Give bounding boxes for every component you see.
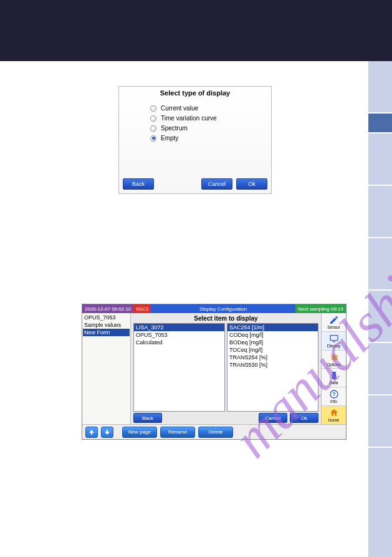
sensor-button[interactable]: Sensor bbox=[322, 313, 346, 332]
tree-item[interactable]: Sample values bbox=[83, 321, 130, 329]
source-listbox[interactable]: LISA_3072 OPUS_7053 Calculated bbox=[133, 323, 225, 412]
monitor-icon bbox=[329, 334, 339, 344]
list-item[interactable]: CODeq [mg/l] bbox=[227, 331, 318, 339]
list-item[interactable]: Calculated bbox=[134, 339, 224, 346]
list-item[interactable]: TRANS254 [%] bbox=[227, 354, 318, 361]
data-button[interactable]: Data bbox=[322, 369, 346, 387]
list-item[interactable]: SAC254 [1/m] bbox=[227, 324, 318, 331]
back-button[interactable]: Back bbox=[123, 178, 154, 190]
question-icon: ? bbox=[329, 389, 339, 399]
list-item[interactable]: TRANS530 [%] bbox=[227, 361, 318, 369]
cancel-button[interactable]: Cancel bbox=[259, 413, 287, 423]
radio-time-variation[interactable]: Time variation curve bbox=[150, 115, 271, 122]
select-item-panel: Select item to display LISA_3072 OPUS_70… bbox=[131, 313, 321, 424]
toolbar-label: Options bbox=[327, 362, 340, 367]
new-page-button[interactable]: New page bbox=[122, 427, 157, 438]
delete-button[interactable]: Delete bbox=[198, 427, 233, 438]
toolbar-label: Display bbox=[327, 344, 340, 348]
gear-icon bbox=[329, 352, 339, 362]
panel-button-bar: Back Cancel Ok bbox=[133, 412, 318, 423]
arrow-down-icon bbox=[104, 429, 110, 435]
toolbar-label: Data bbox=[330, 380, 338, 385]
bottom-action-bar: New page Rename Delete bbox=[82, 424, 346, 439]
radio-label: Spectrum bbox=[161, 125, 188, 132]
arrow-up-icon bbox=[88, 429, 95, 435]
status-code: 9SC3 bbox=[133, 304, 151, 313]
tree-item[interactable]: OPUS_7053 bbox=[83, 314, 130, 321]
display-button[interactable]: Display bbox=[322, 332, 346, 351]
tree-item[interactable]: New Form bbox=[83, 329, 130, 336]
dialog-title: Select type of display bbox=[119, 87, 271, 99]
document-header-band bbox=[0, 0, 392, 61]
svg-rect-1 bbox=[333, 341, 335, 342]
list-item[interactable]: LISA_3072 bbox=[134, 324, 224, 331]
status-next-sampling: Next sampling 09:15 bbox=[295, 304, 346, 313]
radio-empty[interactable]: Empty bbox=[150, 135, 271, 142]
svg-rect-0 bbox=[330, 335, 338, 340]
usb-icon bbox=[329, 371, 339, 380]
toolbar-label: Sensor bbox=[327, 325, 340, 329]
options-button[interactable]: Options bbox=[322, 351, 346, 369]
document-side-tabs bbox=[368, 61, 392, 557]
ok-button[interactable]: Ok bbox=[236, 178, 267, 190]
radio-icon bbox=[150, 125, 156, 132]
home-icon bbox=[329, 408, 339, 418]
svg-rect-3 bbox=[332, 372, 335, 374]
svg-text:?: ? bbox=[332, 392, 335, 398]
move-down-button[interactable] bbox=[101, 427, 113, 438]
radio-current-value[interactable]: Current value bbox=[150, 105, 271, 112]
radio-label: Empty bbox=[161, 135, 178, 142]
home-button[interactable]: Home bbox=[322, 406, 346, 424]
list-item[interactable]: BODeq [mg/l] bbox=[227, 339, 318, 346]
cancel-button[interactable]: Cancel bbox=[201, 178, 232, 190]
radio-spectrum[interactable]: Spectrum bbox=[150, 125, 271, 132]
select-display-type-dialog: Select type of display Current value Tim… bbox=[118, 86, 272, 194]
svg-rect-4 bbox=[332, 374, 336, 379]
radio-icon bbox=[150, 135, 156, 142]
parameter-listbox[interactable]: SAC254 [1/m] CODeq [mg/l] BODeq [mg/l] T… bbox=[227, 323, 318, 412]
info-button[interactable]: ? Info bbox=[322, 387, 346, 406]
toolbar-label: Info bbox=[330, 399, 337, 404]
panel-title: Select item to display bbox=[133, 315, 318, 323]
display-configuration-screen: 2020-12-07 09:02:10 9SC3 Display Configu… bbox=[82, 304, 347, 440]
list-item[interactable]: OPUS_7053 bbox=[134, 331, 224, 339]
back-button[interactable]: Back bbox=[133, 413, 162, 423]
rename-button[interactable]: Rename bbox=[160, 427, 195, 438]
ok-button[interactable]: Ok bbox=[290, 413, 318, 423]
radio-icon bbox=[150, 115, 156, 122]
status-bar: 2020-12-07 09:02:10 9SC3 Display Configu… bbox=[82, 304, 346, 313]
right-toolbar: Sensor Display Options Data ? Info bbox=[321, 313, 346, 424]
radio-label: Time variation curve bbox=[161, 115, 217, 122]
radio-group: Current value Time variation curve Spect… bbox=[119, 99, 271, 177]
toolbar-label: Home bbox=[328, 418, 339, 422]
status-title: Display Configuration bbox=[151, 304, 295, 313]
move-up-button[interactable] bbox=[85, 427, 98, 438]
status-datetime: 2020-12-07 09:02:10 bbox=[82, 304, 133, 313]
list-item[interactable]: TOCeq [mg/l] bbox=[227, 346, 318, 354]
dialog-button-bar: Back Cancel Ok bbox=[119, 177, 271, 193]
radio-label: Current value bbox=[161, 105, 198, 112]
radio-icon bbox=[150, 105, 156, 112]
nav-tree: OPUS_7053 Sample values New Form bbox=[82, 313, 131, 424]
pencil-icon bbox=[329, 315, 339, 325]
